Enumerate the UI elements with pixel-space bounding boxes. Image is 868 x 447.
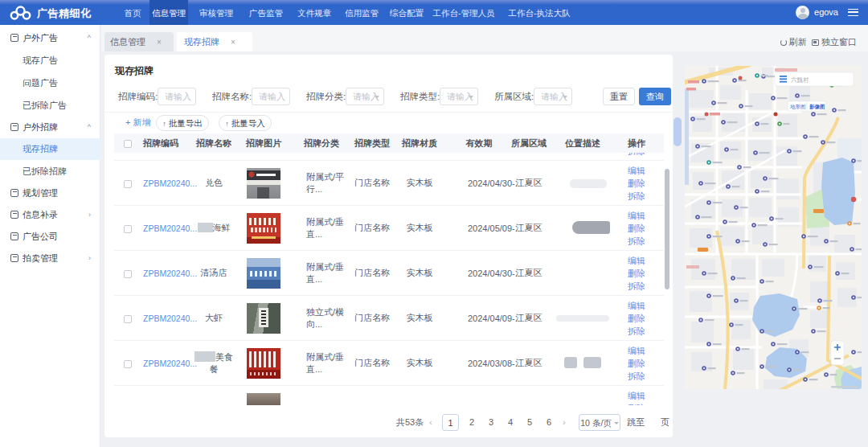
svg-text:地形图: 地形图 <box>790 104 806 110</box>
svg-text:六魏村: 六魏村 <box>791 76 809 84</box>
svg-text:影像图: 影像图 <box>809 104 825 110</box>
